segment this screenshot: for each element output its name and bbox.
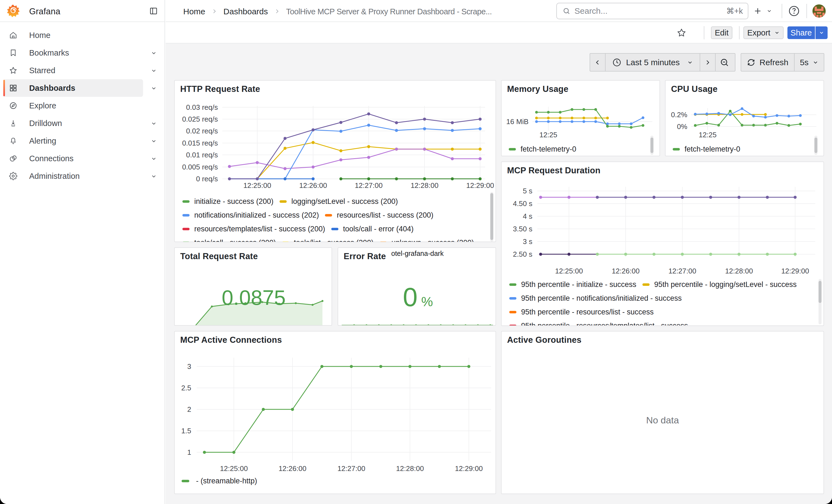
svg-text:12:28:00: 12:28:00 [411, 181, 438, 190]
svg-text:16 MiB: 16 MiB [506, 117, 528, 126]
svg-text:12:28:00: 12:28:00 [396, 465, 424, 473]
svg-text:0.02 req/s: 0.02 req/s [186, 127, 218, 135]
svg-text:12:26:00: 12:26:00 [279, 465, 306, 473]
svg-text:0.015 req/s: 0.015 req/s [182, 139, 218, 147]
svg-text:3 s: 3 s [523, 237, 532, 246]
svg-text:2.50 s: 2.50 s [513, 250, 532, 258]
svg-text:12:25:00: 12:25:00 [243, 181, 271, 190]
svg-text:3.50 s: 3.50 s [513, 225, 532, 233]
svg-text:12:25:00: 12:25:00 [555, 267, 583, 275]
svg-text:3: 3 [187, 362, 191, 371]
svg-text:12:26:00: 12:26:00 [299, 181, 327, 190]
svg-text:1.5: 1.5 [181, 427, 191, 435]
svg-text:0 req/s: 0 req/s [196, 175, 218, 183]
svg-text:12:29:00: 12:29:00 [466, 181, 494, 190]
svg-text:1: 1 [187, 448, 191, 456]
svg-text:%: % [421, 294, 433, 309]
svg-text:2: 2 [187, 405, 191, 414]
svg-text:4 s: 4 s [523, 212, 532, 220]
svg-text:0.2%: 0.2% [671, 111, 687, 119]
svg-text:0.03 req/s: 0.03 req/s [186, 103, 218, 111]
svg-text:12:26:00: 12:26:00 [612, 267, 640, 275]
svg-text:12:25: 12:25 [539, 131, 557, 139]
svg-text:0.01 req/s: 0.01 req/s [186, 151, 218, 159]
svg-text:4.50 s: 4.50 s [513, 200, 532, 208]
svg-text:0%: 0% [677, 123, 687, 131]
svg-text:2.5: 2.5 [181, 384, 191, 392]
svg-text:12:27:00: 12:27:00 [668, 267, 696, 275]
svg-text:12:29:00: 12:29:00 [455, 465, 483, 473]
svg-text:12:29:00: 12:29:00 [781, 267, 809, 275]
svg-text:0: 0 [403, 282, 417, 312]
svg-text:12:27:00: 12:27:00 [355, 181, 383, 190]
svg-text:0.025 req/s: 0.025 req/s [182, 115, 218, 123]
svg-text:5 s: 5 s [523, 187, 532, 195]
svg-text:12:27:00: 12:27:00 [337, 465, 365, 473]
svg-text:12:28:00: 12:28:00 [725, 267, 753, 275]
svg-text:12:25:00: 12:25:00 [220, 465, 248, 473]
svg-text:0.005 req/s: 0.005 req/s [182, 163, 218, 171]
svg-text:12:25: 12:25 [699, 131, 717, 139]
svg-text:0.0875: 0.0875 [222, 286, 286, 309]
